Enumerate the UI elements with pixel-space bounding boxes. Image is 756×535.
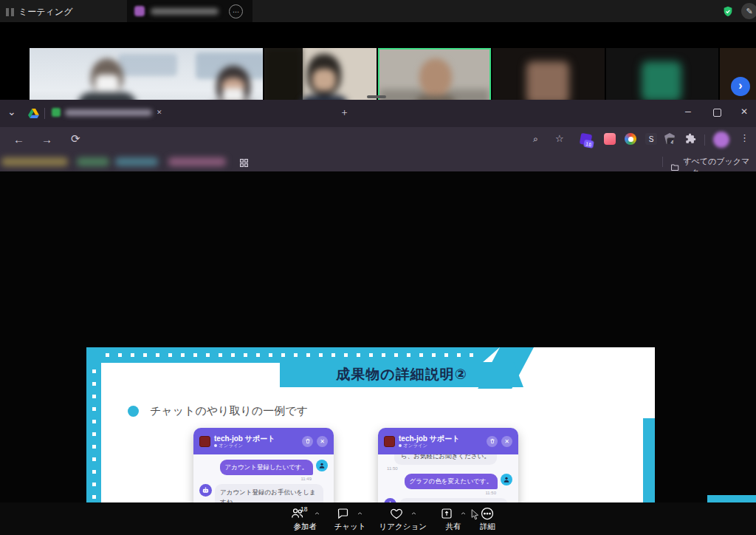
meeting-topbar: ミーティング ⋯ ✎ [0,0,756,22]
toolbar-more[interactable]: 詳細 [480,506,495,532]
apps-grid-icon[interactable] [239,157,249,171]
meeting-app-window: ミーティング ⋯ ✎ [0,0,756,535]
window-minimize-button[interactable]: – [685,106,691,116]
chat-title: tech-job サポート [399,435,483,443]
extension-icon-purple[interactable]: 16 [580,133,592,146]
participants-label: 参加者 [293,522,317,532]
slide-edge-strip [707,495,756,502]
chat-header: tech-job サポート オンライン ✕ [193,428,334,454]
message-timestamp: 11:50 [387,466,511,471]
toolbar-divider [704,134,705,146]
avatar-image-blurred [642,61,681,101]
toolbar-reactions[interactable]: リアクション [379,506,426,532]
mouse-cursor [470,508,481,524]
bookmarks-bar: すべてのブックマーク [0,153,756,171]
chat-trash-button[interactable] [487,436,498,447]
next-icon: › [738,79,742,92]
participants-count: 18 [300,505,307,513]
reload-icon[interactable]: ⟳ [71,133,80,144]
profile-avatar[interactable] [713,132,729,148]
window-restore-button[interactable] [713,109,721,117]
user-avatar-icon [501,474,512,485]
extension-icon-pink[interactable] [604,133,616,145]
toolbar-share[interactable]: 共有 [440,506,467,532]
video-strip: 株式会社Create | 株式会社Create/Tech.neo [0,22,756,100]
tab-title-blurred [151,8,219,15]
extension-icon-pin[interactable]: 4 [664,133,675,144]
tab-search-chevron-icon[interactable]: ⌄ [7,106,16,117]
extension-icon-camera[interactable] [625,133,636,145]
chat-status: オンライン [403,443,427,449]
meeting-title: ミーティング [18,6,72,18]
extension-badge: 4 [667,137,678,146]
tab-title-blurred [65,109,152,116]
user-message-row: アカウント登録したいです。 [199,460,328,475]
tab-close-icon[interactable]: ✕ [157,109,162,116]
window-close-button[interactable]: ✕ [740,107,748,116]
more-icon [480,506,495,521]
user-message-bubble: アカウント登録したいです。 [220,460,314,475]
user-avatar-icon [316,460,328,471]
avatar-image-blurred [526,61,569,104]
strip-drag-handle[interactable] [367,95,386,98]
toolbar-participants[interactable]: 18 参加者 [289,506,320,532]
sheets-favicon [52,108,61,117]
bookmark-blurred[interactable] [1,157,68,166]
browser-tabbar: ⌄ ✕ ✕ ＋ – ✕ [0,100,756,127]
back-icon[interactable]: ← [13,134,24,145]
bookmarks-divider [662,157,663,167]
chat-close-button[interactable]: ✕ [501,436,512,447]
user-message-row: グラフの色を変えたいです。 [384,474,512,489]
extensions-puzzle-icon[interactable] [685,133,696,147]
chat-close-button[interactable]: ✕ [317,436,328,447]
chat-logo-icon [384,436,395,447]
tab-more-icon[interactable]: ⋯ [229,4,243,18]
chat-label: チャット [334,522,365,532]
chat-header: tech-job サポート オンライン ✕ [378,428,518,454]
trash-icon [305,438,311,444]
chevron-up-icon[interactable] [460,511,467,517]
more-label: 詳細 [480,522,495,532]
extension-badge: 16 [583,140,594,149]
bookmark-blurred[interactable] [168,157,226,166]
message-timestamp: 11:50 [385,491,496,495]
share-label: 共有 [445,522,461,532]
new-tab-button[interactable]: ＋ [340,107,349,117]
bullet-dot [128,406,139,417]
slide-title-text: 成果物の詳細説明② [336,365,467,384]
next-participants-button[interactable]: › [731,77,750,96]
tab-divider [44,108,45,119]
pinned-drive-tab[interactable] [28,108,39,121]
bookmark-blurred[interactable] [77,157,109,166]
browser-tab-inactive[interactable]: ✕ [52,108,181,117]
security-shield-icon[interactable] [722,5,734,21]
chat-trash-button[interactable] [302,436,313,447]
slide-dots-top [93,353,477,357]
bookmark-star-icon[interactable]: ☆ [555,134,564,143]
browser-toolbar: ← → ⟳ ⌕ ☆ 16 S 4 ⋮ [0,127,756,153]
browser-content: 成果物の詳細説明② チャットのやり取りの一例です tech-job サポート オ… [0,171,756,502]
forward-icon[interactable]: → [41,134,52,145]
bot-message-bubble-partial: ら、お気軽にお聞きください。 [394,454,497,465]
browser-menu-icon[interactable]: ⋮ [740,133,749,143]
chevron-up-icon[interactable] [357,511,363,517]
toolbar-chat[interactable]: チャット [334,506,365,532]
online-dot [399,444,402,447]
app-grid-icon [6,8,14,16]
chevron-up-icon[interactable] [410,511,417,517]
online-dot [214,444,217,447]
meeting-content-tab[interactable]: ⋯ [127,0,252,22]
bot-avatar-icon [199,484,212,497]
tab-app-icon [134,6,145,16]
bookmark-blurred[interactable] [115,157,158,166]
chat-logo-icon [199,436,210,447]
zoom-page-icon[interactable]: ⌕ [533,134,538,143]
camera-lens [628,137,633,142]
meeting-bottom-toolbar: 18 参加者 チャット リアクション [0,502,756,535]
bullet-text: チャットのやり取りの一例です [150,404,308,418]
chat-title: tech-job サポート [214,435,298,443]
extension-icon-s[interactable]: S [645,133,657,145]
chevron-up-icon[interactable] [314,511,320,517]
reactions-label: リアクション [379,522,426,532]
annotate-pencil-button[interactable]: ✎ [741,3,756,19]
